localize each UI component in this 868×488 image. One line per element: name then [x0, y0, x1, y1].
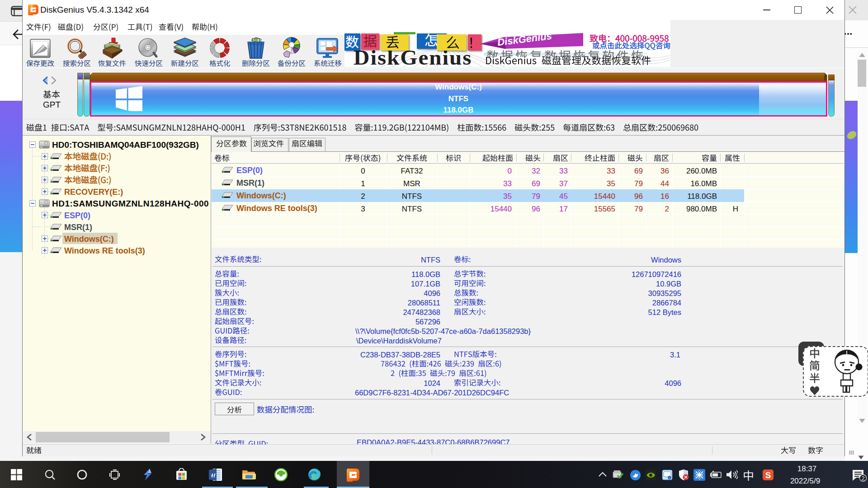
svg-text:2: 2 — [861, 475, 864, 482]
svg-text:S: S — [765, 470, 771, 480]
svg-text:i: i — [669, 477, 670, 479]
